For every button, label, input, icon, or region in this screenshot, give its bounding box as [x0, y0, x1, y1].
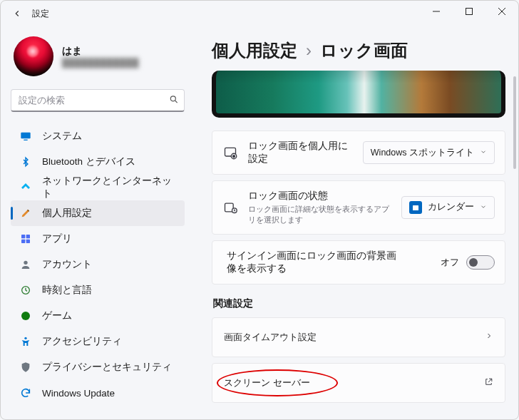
paintbrush-icon	[19, 207, 32, 220]
avatar	[14, 36, 53, 76]
sidebar-item-apps[interactable]: アプリ	[11, 226, 185, 252]
nav: システム Bluetooth とデバイス ネットワークとインターネット	[11, 123, 185, 406]
chevron-down-icon	[480, 148, 487, 158]
minimize-button[interactable]	[420, 1, 453, 22]
window-title: 設定	[32, 8, 49, 20]
svg-rect-18	[413, 205, 418, 207]
svg-rect-5	[26, 235, 30, 238]
sidebar-item-bluetooth[interactable]: Bluetooth とデバイス	[11, 149, 185, 175]
breadcrumb: 個人用設定 › ロック画面	[212, 39, 505, 62]
sidebar: はま ████████████ システム	[1, 26, 195, 419]
row-title: ロック画面を個人用に設定	[248, 140, 353, 165]
user-block[interactable]: はま ████████████	[11, 32, 185, 83]
row-signin-background: サインイン画面にロック画面の背景画像を表示する オフ	[212, 240, 505, 285]
svg-point-1	[170, 96, 175, 101]
dropdown-value: Windows スポットライト	[371, 147, 474, 159]
content: はま ████████████ システム	[1, 26, 518, 419]
sidebar-item-label: プライバシーとセキュリティ	[42, 361, 172, 374]
sidebar-item-network[interactable]: ネットワークとインターネット	[11, 175, 185, 200]
sidebar-item-accounts[interactable]: アカウント	[11, 252, 185, 277]
personalize-dropdown[interactable]: Windows スポットライト	[363, 141, 495, 164]
sidebar-item-personalization[interactable]: 個人用設定	[11, 200, 185, 226]
external-link-icon	[484, 377, 493, 389]
search-icon	[169, 95, 179, 107]
calendar-icon	[409, 201, 422, 214]
close-icon	[498, 8, 505, 15]
sidebar-item-label: ネットワークとインターネット	[42, 175, 178, 200]
arrow-left-icon	[12, 9, 22, 19]
sidebar-item-label: Windows Update	[42, 388, 115, 399]
maximize-icon	[466, 8, 473, 15]
sidebar-item-label: 個人用設定	[42, 207, 92, 220]
sidebar-item-label: アプリ	[42, 232, 72, 245]
main-pane: 個人用設定 › ロック画面 ロック画面を個人用に設定 Windows スポットラ…	[195, 26, 518, 419]
signin-bg-toggle[interactable]	[466, 255, 495, 270]
search-input[interactable]	[11, 89, 185, 112]
svg-rect-3	[24, 140, 27, 140]
related-settings-header: 関連設定	[213, 297, 505, 310]
shield-icon	[19, 361, 32, 374]
row-personalize-lockscreen: ロック画面を個人用に設定 Windows スポットライト	[212, 130, 505, 175]
window-controls	[420, 1, 518, 22]
sidebar-item-windows-update[interactable]: Windows Update	[11, 380, 185, 406]
sidebar-item-label: Bluetooth とデバイス	[42, 155, 135, 168]
person-icon	[19, 258, 32, 271]
scrollbar[interactable]	[513, 76, 516, 419]
lockscreen-preview	[212, 71, 505, 118]
chevron-right-icon	[485, 332, 493, 342]
bluetooth-icon	[19, 155, 32, 168]
picture-lock-icon	[222, 145, 238, 160]
link-label: スクリーン セーバー	[224, 377, 310, 389]
row-title: ロック画面の状態	[248, 190, 391, 203]
wifi-icon	[19, 181, 32, 194]
maximize-button[interactable]	[453, 1, 485, 22]
svg-rect-7	[26, 240, 30, 243]
update-icon	[19, 386, 32, 399]
row-title: サインイン画面にロック画面の背景画像を表示する	[227, 250, 405, 275]
svg-rect-4	[21, 235, 25, 238]
user-email: ████████████	[62, 58, 139, 68]
sidebar-item-label: 時刻と言語	[42, 284, 92, 297]
toggle-label: オフ	[441, 256, 459, 269]
svg-rect-2	[21, 133, 30, 139]
globe-clock-icon	[19, 284, 32, 297]
sidebar-item-accessibility[interactable]: アクセシビリティ	[11, 329, 185, 354]
sidebar-item-time-language[interactable]: 時刻と言語	[11, 277, 185, 303]
back-button[interactable]	[6, 3, 28, 24]
row-lockscreen-status: ロック画面の状態 ロック画面に詳細な状態を表示するアプリを選択します カレンダー	[212, 180, 505, 235]
apps-icon	[19, 232, 32, 245]
settings-window: 設定 はま ████████████	[0, 0, 519, 420]
chevron-down-icon	[480, 203, 487, 212]
scrollbar-thumb[interactable]	[513, 76, 516, 169]
sidebar-item-label: アカウント	[42, 258, 92, 271]
page-title: ロック画面	[320, 39, 408, 62]
breadcrumb-parent[interactable]: 個人用設定	[212, 39, 297, 62]
sidebar-item-label: システム	[42, 130, 82, 143]
chevron-right-icon: ›	[306, 41, 312, 61]
svg-point-11	[24, 337, 26, 339]
sidebar-item-label: アクセシビリティ	[42, 335, 122, 348]
sidebar-item-system[interactable]: システム	[11, 123, 185, 149]
row-screen-timeout[interactable]: 画面タイムアウト設定	[212, 317, 505, 357]
titlebar: 設定	[1, 1, 518, 26]
sidebar-item-label: ゲーム	[42, 309, 72, 322]
sidebar-item-privacy[interactable]: プライバシーとセキュリティ	[11, 354, 185, 380]
accessibility-icon	[19, 335, 32, 348]
dropdown-value: カレンダー	[428, 201, 474, 213]
close-button[interactable]	[485, 1, 518, 22]
search-wrap	[11, 89, 185, 112]
row-subtitle: ロック画面に詳細な状態を表示するアプリを選択します	[248, 204, 391, 225]
user-name: はま	[62, 45, 139, 58]
monitor-icon	[19, 130, 32, 143]
row-screensaver[interactable]: スクリーン セーバー	[212, 363, 505, 403]
svg-point-8	[24, 261, 27, 265]
svg-rect-6	[21, 240, 25, 243]
status-app-dropdown[interactable]: カレンダー	[401, 196, 495, 219]
link-label: 画面タイムアウト設定	[224, 331, 317, 344]
user-text: はま ████████████	[62, 45, 139, 68]
svg-rect-14	[233, 155, 235, 158]
svg-rect-0	[466, 9, 473, 15]
status-app-icon	[222, 200, 238, 215]
xbox-icon	[19, 309, 32, 322]
sidebar-item-gaming[interactable]: ゲーム	[11, 303, 185, 329]
